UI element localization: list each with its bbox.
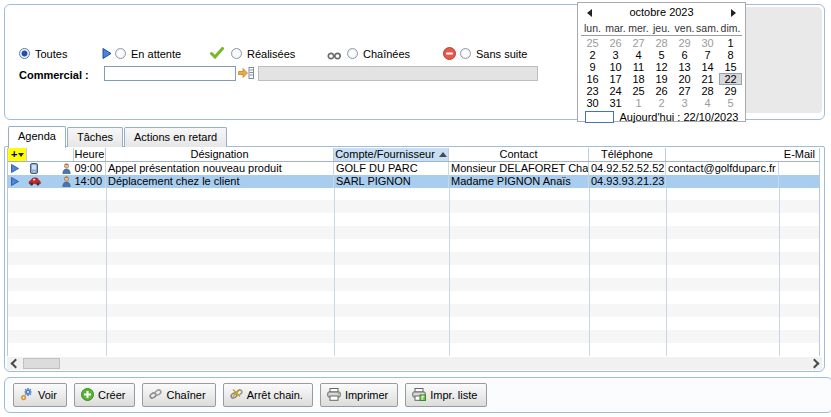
tab-bar: Agenda Tâches Actions en retard <box>8 126 228 147</box>
filter-radio-en-attente[interactable]: En attente <box>115 47 181 60</box>
calendar-day[interactable]: 5 <box>650 49 673 61</box>
calendar-day[interactable]: 28 <box>696 85 719 97</box>
commercial-input[interactable] <box>104 66 236 81</box>
printer-icon <box>327 388 341 403</box>
header-designation[interactable]: Désignation <box>106 148 334 161</box>
scrollbar-thumb[interactable] <box>23 358 60 369</box>
record-picker-icon[interactable] <box>238 67 254 81</box>
cell-email: contact@golfduparc.fr <box>666 162 779 175</box>
calendar-day[interactable]: 30 <box>696 37 719 49</box>
add-column-button[interactable]: + <box>8 148 27 161</box>
header-compte-fournisseur[interactable]: Compte/Fournisseur <box>334 148 449 161</box>
calendar-day[interactable]: 3 <box>673 97 696 109</box>
header-heure[interactable]: Heure <box>74 148 106 161</box>
calendar-day[interactable]: 14 <box>696 61 719 73</box>
voir-button[interactable]: Voir <box>13 383 67 407</box>
calendar-next-icon[interactable] <box>731 9 736 17</box>
calendar-day[interactable]: 26 <box>650 85 673 97</box>
table-header-row: + Heure Désignation Compte/Fournisseur C… <box>8 148 819 162</box>
filter-label: Toutes <box>35 48 67 60</box>
scroll-right-icon[interactable] <box>808 357 822 370</box>
status-play-icon <box>8 175 22 188</box>
calendar-day[interactable]: 25 <box>627 85 650 97</box>
cell-contact: Madame PIGNON Anaïs <box>449 175 589 188</box>
calendar-day[interactable]: 10 <box>604 61 627 73</box>
calendar-day[interactable]: 8 <box>719 49 742 61</box>
calendar-day[interactable]: 12 <box>650 61 673 73</box>
cell-compte: SARL PIGNON <box>334 175 449 188</box>
header-contact[interactable]: Contact <box>449 148 589 161</box>
calendar-day[interactable]: 18 <box>627 73 650 85</box>
calendar-day[interactable]: 1 <box>719 37 742 49</box>
calendar-day[interactable]: 1 <box>627 97 650 109</box>
impr-liste-button[interactable]: Impr. liste <box>405 383 487 407</box>
calendar-day[interactable]: 29 <box>673 37 696 49</box>
filter-radio-sans-suite[interactable]: Sans suite <box>460 47 527 60</box>
day-header: ven. <box>673 22 696 34</box>
calendar-day[interactable]: 26 <box>604 37 627 49</box>
calendar-prev-icon[interactable] <box>587 9 592 17</box>
imprimer-button[interactable]: Imprimer <box>320 383 398 407</box>
filter-radio-chainees[interactable]: Chaînées <box>347 47 410 60</box>
button-label: Impr. liste <box>430 389 477 401</box>
calendar-day[interactable]: 4 <box>696 97 719 109</box>
calendar-day[interactable]: 25 <box>581 37 604 49</box>
scroll-left-icon[interactable] <box>7 357 21 370</box>
horizontal-scrollbar[interactable] <box>7 357 822 370</box>
calendar-day[interactable]: 7 <box>696 49 719 61</box>
calendar-day[interactable]: 23 <box>581 85 604 97</box>
table-row-selected[interactable]: 14:00 Déplacement chez le client SARL PI… <box>8 175 819 188</box>
calendar-day[interactable]: 15 <box>719 61 742 73</box>
calendar-day-selected[interactable]: 22 <box>719 73 742 85</box>
calendar-day[interactable]: 20 <box>673 73 696 85</box>
calendar-day[interactable]: 5 <box>719 97 742 109</box>
day-header: mar. <box>604 22 627 34</box>
calendar-day[interactable]: 2 <box>581 49 604 61</box>
calendar-day[interactable]: 27 <box>627 37 650 49</box>
filter-radio-toutes[interactable]: Toutes <box>19 47 67 60</box>
calendar-day[interactable]: 31 <box>604 97 627 109</box>
tab-agenda[interactable]: Agenda <box>8 126 66 148</box>
calendar-day[interactable]: 27 <box>673 85 696 97</box>
calendar-day[interactable]: 4 <box>627 49 650 61</box>
blank-cell <box>46 162 58 175</box>
arret-chain-button[interactable]: Arrêt chain. <box>223 383 313 407</box>
calendar-day[interactable]: 3 <box>604 49 627 61</box>
icon-columns-header <box>27 148 74 161</box>
calendar-day[interactable]: 28 <box>650 37 673 49</box>
filter-label: En attente <box>131 48 181 60</box>
column-separator <box>779 187 780 356</box>
calendar-day[interactable]: 17 <box>604 73 627 85</box>
calendar-day[interactable]: 19 <box>650 73 673 85</box>
calendar-day[interactable]: 13 <box>673 61 696 73</box>
chevron-down-icon <box>18 153 24 157</box>
radio-icon[interactable] <box>115 48 126 59</box>
day-header: lun. <box>581 22 604 34</box>
calendar-day[interactable]: 11 <box>627 61 650 73</box>
cell-telephone: 04.93.93.21.23 <box>589 175 666 188</box>
radio-icon[interactable] <box>460 48 471 59</box>
calendar-day[interactable]: 2 <box>650 97 673 109</box>
today-label[interactable]: Aujourd'hui : 22/10/2023 <box>620 111 739 123</box>
today-indicator-box <box>585 111 614 123</box>
calendar-day[interactable]: 6 <box>673 49 696 61</box>
tab-actions-en-retard[interactable]: Actions en retard <box>124 127 227 147</box>
tab-taches[interactable]: Tâches <box>67 127 123 147</box>
calendar-day[interactable]: 24 <box>604 85 627 97</box>
calendar-day[interactable]: 21 <box>696 73 719 85</box>
chainer-button[interactable]: Chaîner <box>142 383 215 407</box>
radio-icon[interactable] <box>347 48 358 59</box>
table-row[interactable]: 09:00 Appel présentation nouveau produit… <box>8 162 819 175</box>
calendar-day[interactable]: 9 <box>581 61 604 73</box>
calendar-day[interactable]: 29 <box>719 85 742 97</box>
column-separator <box>449 187 450 356</box>
calendar-header: octobre 2023 <box>578 3 745 20</box>
radio-icon[interactable] <box>231 48 242 59</box>
filter-radio-realisees[interactable]: Réalisées <box>231 47 295 60</box>
radio-selected-icon[interactable] <box>19 48 30 59</box>
calendar-day[interactable]: 16 <box>581 73 604 85</box>
calendar-day[interactable]: 30 <box>581 97 604 109</box>
header-email[interactable]: E-Mail <box>666 148 819 161</box>
creer-button[interactable]: Créer <box>74 383 136 407</box>
header-telephone[interactable]: Téléphone <box>589 148 666 161</box>
